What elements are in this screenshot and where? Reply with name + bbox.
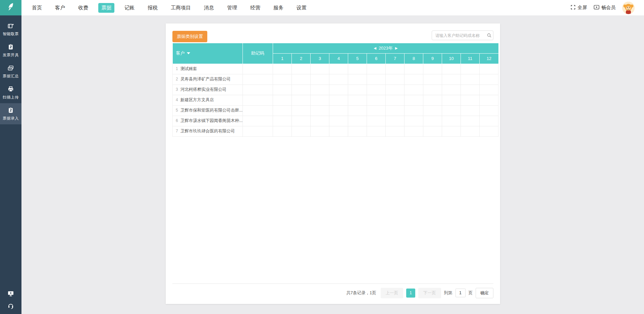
table-row[interactable]: 3河北柯搭桦实业有限公司 — [173, 84, 498, 95]
member-button[interactable]: 畅会员 — [594, 5, 615, 11]
nav-item-business-projects[interactable]: 工商项目 — [168, 3, 194, 13]
next-year-icon[interactable]: ▶ — [395, 47, 398, 50]
month-cell-7 — [386, 116, 405, 126]
month-cell-3 — [311, 95, 329, 105]
nav-item-bookkeeping[interactable]: 记账 — [121, 3, 138, 13]
confirm-page-button[interactable]: 确定 — [476, 288, 493, 298]
ticket-plus-icon — [7, 22, 14, 29]
month-cell-11 — [461, 84, 480, 95]
year-header: ◀ 2023年 ▶ — [273, 43, 498, 53]
month-cell-12 — [480, 95, 498, 105]
nav-item-fees[interactable]: 收费 — [75, 3, 91, 13]
month-cell-6 — [367, 84, 386, 95]
row-index: 6 — [176, 118, 178, 123]
customer-name-cell[interactable]: 5卫辉市保和堂医药有限公司击磬... — [173, 105, 243, 116]
customer-name-cell[interactable]: 6卫辉市汲水镇下园闻香阁苗木种... — [173, 116, 243, 126]
month-header-10: 10 — [442, 53, 461, 64]
month-cell-9 — [423, 84, 442, 95]
search-input[interactable] — [432, 33, 485, 38]
month-cell-10 — [442, 116, 461, 126]
nav-item-settings[interactable]: 设置 — [293, 3, 310, 13]
month-cell-8 — [405, 105, 423, 116]
month-header-9: 9 — [423, 53, 442, 64]
ticket-category-settings-button[interactable]: 票据类别设置 — [172, 31, 207, 42]
prev-year-icon[interactable]: ◀ — [374, 47, 376, 50]
nav-item-tickets[interactable]: 票据 — [98, 3, 114, 13]
prev-page-button[interactable]: 上一页 — [381, 288, 404, 298]
headset-icon[interactable] — [7, 303, 14, 309]
month-cell-12 — [480, 84, 498, 95]
month-cell-1 — [273, 116, 292, 126]
month-cell-1 — [273, 126, 292, 136]
month-cell-2 — [292, 126, 311, 136]
month-cell-7 — [386, 95, 405, 105]
row-index: 4 — [176, 98, 178, 102]
month-header-11: 11 — [461, 53, 480, 64]
customer-column-header[interactable]: 客户 — [173, 43, 243, 64]
month-cell-12 — [480, 105, 498, 116]
month-cell-3 — [311, 84, 329, 95]
month-header-3: 3 — [311, 53, 329, 64]
customer-name: 卫辉市汲水镇下园闻香阁苗木种... — [180, 118, 243, 123]
mnemonic-cell — [243, 95, 273, 105]
month-cell-6 — [367, 95, 386, 105]
month-cell-4 — [329, 105, 348, 116]
month-cell-2 — [292, 116, 311, 126]
sidebar-item-smart-ticket-fetch[interactable]: 智能取票 — [0, 19, 21, 40]
table-row[interactable]: 2灵寿县尚泽矿产品有限公司 — [173, 74, 498, 84]
current-page-button[interactable]: 1 — [406, 289, 415, 298]
customer-name-cell[interactable]: 3河北柯搭桦实业有限公司 — [173, 84, 243, 95]
month-cell-7 — [386, 74, 405, 84]
table-row[interactable]: 5卫辉市保和堂医药有限公司击磬... — [173, 105, 498, 116]
app-logo[interactable] — [0, 0, 21, 15]
month-cell-11 — [461, 105, 480, 116]
month-cell-7 — [386, 105, 405, 116]
month-cell-10 — [442, 126, 461, 136]
search-icon[interactable] — [485, 33, 493, 38]
month-cell-3 — [311, 126, 329, 136]
month-cell-6 — [367, 74, 386, 84]
month-cell-5 — [348, 116, 367, 126]
month-cell-2 — [292, 105, 311, 116]
sidebar-item-invoice-issuing[interactable]: 发票开具 — [0, 40, 21, 61]
nav-item-messages[interactable]: 消息 — [201, 3, 217, 13]
month-cell-9 — [423, 126, 442, 136]
month-cell-11 — [461, 126, 480, 136]
next-page-button[interactable]: 下一页 — [418, 288, 441, 298]
nav-item-services[interactable]: 服务 — [270, 3, 286, 13]
row-index: 3 — [176, 87, 178, 92]
sidebar-item-ticket-summary[interactable]: 票据汇总 — [0, 61, 21, 82]
month-cell-5 — [348, 74, 367, 84]
month-cell-2 — [292, 95, 311, 105]
nav-item-customers[interactable]: 客户 — [52, 3, 68, 13]
monitor-download-icon[interactable] — [7, 290, 14, 297]
customer-name-cell[interactable]: 4新建区方方文具店 — [173, 95, 243, 105]
table-row[interactable]: 7卫辉市玖玖肆合医药有限公司 — [173, 126, 498, 136]
customer-name-cell[interactable]: 1测试账套 — [173, 64, 243, 74]
month-header-8: 8 — [405, 53, 423, 64]
table-row[interactable]: 6卫辉市汲水镇下园闻香阁苗木种... — [173, 116, 498, 126]
nav-item-tax-filing[interactable]: 报税 — [145, 3, 161, 13]
mnemonic-column-header: 助记码 — [243, 43, 273, 64]
customer-name-cell[interactable]: 7卫辉市玖玖肆合医药有限公司 — [173, 126, 243, 136]
nav-item-home[interactable]: 首页 — [29, 3, 45, 13]
customer-name-cell[interactable]: 2灵寿县尚泽矿产品有限公司 — [173, 74, 243, 84]
content-card: 票据类别设置 客户 助记码 — [166, 23, 500, 304]
month-header-2: 2 — [292, 53, 311, 64]
sidebar-item-scan-upload[interactable]: 扫描上传 — [0, 82, 21, 103]
month-cell-4 — [329, 74, 348, 84]
fullscreen-button[interactable]: 全屏 — [571, 5, 587, 11]
member-label: 畅会员 — [601, 5, 615, 11]
avatar[interactable] — [622, 2, 635, 14]
month-cell-9 — [423, 105, 442, 116]
month-cell-5 — [348, 95, 367, 105]
clipboard-edit-icon — [7, 107, 14, 114]
sidebar-item-ticket-entry[interactable]: 票据录入 — [0, 103, 21, 124]
table-row[interactable]: 1测试账套 — [173, 64, 498, 74]
month-cell-9 — [423, 64, 442, 74]
table-row[interactable]: 4新建区方方文具店 — [173, 95, 498, 105]
nav-item-operations[interactable]: 经营 — [247, 3, 263, 13]
month-cell-12 — [480, 64, 498, 74]
goto-page-input[interactable] — [455, 289, 466, 297]
nav-item-management[interactable]: 管理 — [224, 3, 240, 13]
